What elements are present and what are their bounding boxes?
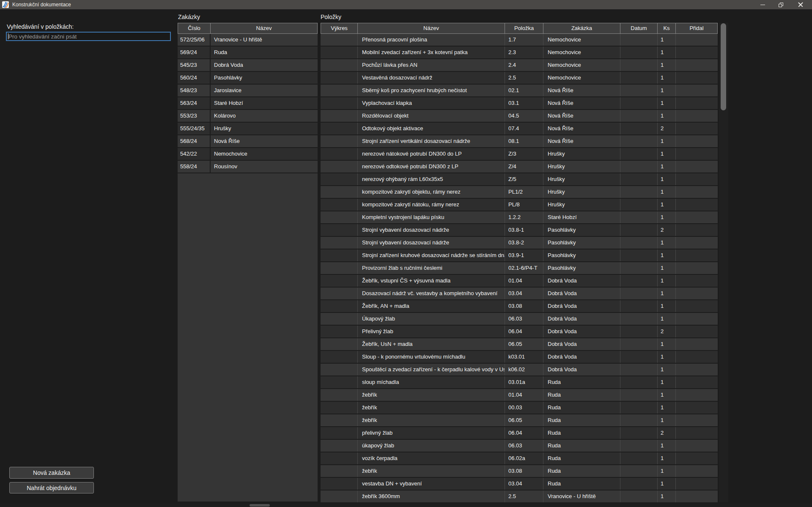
search-input[interactable] [6,32,171,41]
new-order-button[interactable]: Nová zakázka [9,467,94,479]
item-row[interactable]: Spouštěcí a zvedací zařízení - k čerpadl… [321,364,718,376]
items-column-header-vykres[interactable]: Výkres [321,23,358,34]
item-cell-pridal [676,275,718,287]
order-row[interactable]: 560/24Pasohlávky [178,72,318,85]
item-cell-vykres [321,402,358,414]
items-column-header-pridal[interactable]: Přidal [676,23,718,34]
order-number-cell: 563/24 [178,97,211,109]
items-column-header-zakazka[interactable]: Zakázka [543,23,620,34]
item-row[interactable]: Odtokový objekt aktivace07.4Nová Říše2 [321,123,718,135]
item-cell-pridal [676,123,718,134]
orders-column-header-cislo[interactable]: Číslo [178,23,211,34]
item-row[interactable]: Žebřík, UsN + madla06.05Dobrá Voda1 [321,338,718,351]
order-row[interactable]: 545/23Dobrá Voda [178,59,318,72]
item-cell-nazev: kompozitové zakrytí nátoku, rámy nerez [358,199,505,211]
item-row[interactable]: Žebřík, AN + madla03.08Dobrá Voda1 [321,300,718,313]
item-row[interactable]: žebřík 3600mm2.5Vranovice - U hřiště1 [321,491,718,502]
item-row[interactable]: Rozdělovací objekt04.5Nová Říše1 [321,110,718,123]
item-cell-ks: 1 [658,364,676,375]
item-row[interactable]: Žebřík, vstupní ČS + výsuvná madla01.04D… [321,275,718,288]
item-row[interactable]: žebřík06.05Ruda1 [321,414,718,427]
item-cell-datum [620,326,658,337]
item-cell-polozka: Z/4 [505,161,543,173]
item-cell-ks: 1 [658,414,676,426]
item-cell-zakazka: Nemochovice [543,47,620,58]
item-cell-ks: 2 [658,427,676,439]
order-row[interactable]: 572/25/06Vranovice - U hřiště [178,34,318,47]
titlebar[interactable]: Konstrukční dokumentace [0,0,812,9]
item-cell-nazev: vozík čerpadla [358,452,505,464]
item-cell-ks: 1 [658,376,676,388]
item-row[interactable]: Strojní zařízení vertikální dosazovací n… [321,135,718,148]
item-row[interactable]: žebřík03.08Ruda1 [321,465,718,478]
item-row[interactable]: vozík čerpadla06.02aRuda1 [321,452,718,465]
item-row[interactable]: Sběrný koš pro zachycení hrubých nečisto… [321,85,718,97]
order-row[interactable]: 542/22Nemochovice [178,148,318,161]
item-row[interactable]: Strojní zařízení kruhové dosazovací nádr… [321,249,718,262]
item-row[interactable]: Vestavěná dosazovací nádrž2.5Nemochovice… [321,72,718,85]
item-row[interactable]: žebřík01.04Ruda1 [321,389,718,402]
item-row[interactable]: kompozitové zakrytí nátoku, rámy nerezPL… [321,199,718,211]
item-row[interactable]: přelivný žlab06.04Ruda2 [321,427,718,440]
restore-button[interactable] [774,0,788,9]
horizontal-scrollbar[interactable] [0,504,812,507]
item-row[interactable]: Strojní vybavení dosazovací nádrže03.8-2… [321,237,718,249]
items-table: VýkresNázevPoložkaZakázkaDatumKsPřidal P… [321,23,718,502]
order-row[interactable]: 553/23Kolárovo [178,110,318,123]
order-number-cell: 558/24 [178,161,211,173]
order-number-cell: 560/24 [178,72,211,84]
order-row[interactable]: 558/24Rousínov [178,161,318,173]
item-row[interactable]: vestavba DN + vybavení03.04Ruda1 [321,478,718,491]
item-cell-datum [620,440,658,452]
item-row[interactable]: úkapový žlab06.03Ruda1 [321,440,718,452]
item-row[interactable]: Sloup - k ponornému vrtulovému míchadluk… [321,351,718,364]
item-row[interactable]: Přelivný žlab06.04Dobrá Voda2 [321,326,718,338]
items-column-header-polozka[interactable]: Položka [505,23,543,34]
item-row[interactable]: Strojní vybavení dosazovací nádrže03.8-1… [321,224,718,237]
item-row[interactable]: nerezový ohýbaný rám L60x35x5Z/5Hrušky1 [321,173,718,186]
close-button[interactable] [793,0,808,9]
item-cell-zakazka: Pasohlávky [543,224,620,236]
item-row[interactable]: kompozitové zakrytí objektu, rámy nerezP… [321,186,718,199]
horizontal-scrollbar-thumb[interactable] [250,504,270,507]
minimize-button[interactable] [755,0,770,9]
item-row[interactable]: Vyplachovací klapka03.1Nová Říše1 [321,97,718,110]
items-column-header-nazev[interactable]: Název [358,23,505,34]
order-row[interactable]: 569/24Ruda [178,47,318,59]
item-row[interactable]: Provizorní žlab s ručními česlemi02.1-6/… [321,262,718,275]
item-cell-ks: 1 [658,211,676,223]
item-row[interactable]: nerezové nátokové potrubí DN300 do LPZ/3… [321,148,718,161]
orders-panel-title: Zakázky [178,14,200,20]
item-cell-nazev: Strojní zařízení kruhové dosazovací nádr… [358,249,505,261]
order-row[interactable]: 555/24/35Hrušky [178,123,318,135]
items-column-header-ks[interactable]: Ks [658,23,676,34]
item-cell-nazev: Vyplachovací klapka [358,97,505,109]
item-row[interactable]: sloup míchadla03.01aRuda1 [321,376,718,389]
order-row[interactable]: 548/23Jaroslavice [178,85,318,97]
vertical-scrollbar-thumb[interactable] [721,23,726,110]
item-cell-zakazka: Nová Říše [543,123,620,134]
item-row[interactable]: Kompletní vystrojení lapáku písku1.2.2St… [321,211,718,224]
item-row[interactable]: Dosazovací nádrž vč. vestavby a kompletn… [321,288,718,300]
order-row[interactable]: 563/24Staré Hobzí [178,97,318,110]
item-row[interactable]: Přenosná pracovní plošina1.7Nemochovice1 [321,34,718,47]
orders-table-header: ČísloNázev [178,23,318,34]
item-row[interactable]: Pochůzí lávka přes AN2.4Nemochovice1 [321,59,718,72]
item-row[interactable]: nerezové odtokové potrubí DN300 z LPZ/4H… [321,161,718,173]
item-row[interactable]: Mobilní zvedací zařízení + 3x kotevní pa… [321,47,718,59]
items-column-header-datum[interactable]: Datum [620,23,658,34]
item-cell-vykres [321,338,358,350]
vertical-scrollbar[interactable] [719,23,728,502]
item-cell-nazev: Vestavěná dosazovací nádrž [358,72,505,84]
order-row[interactable]: 568/24Nová Říše [178,135,318,148]
item-cell-polozka: Z/3 [505,148,543,160]
item-row[interactable]: Úkapový žlab06.03Dobrá Voda1 [321,313,718,326]
load-order-button[interactable]: Nahrát objednávku [9,482,94,493]
item-cell-vykres [321,249,358,261]
item-row[interactable]: žebřík00.03Ruda1 [321,402,718,414]
item-cell-ks: 1 [658,452,676,464]
orders-column-header-nazev[interactable]: Název [211,23,318,34]
item-cell-ks: 1 [658,173,676,185]
item-cell-vykres [321,262,358,274]
item-cell-polozka: 06.02a [505,452,543,464]
